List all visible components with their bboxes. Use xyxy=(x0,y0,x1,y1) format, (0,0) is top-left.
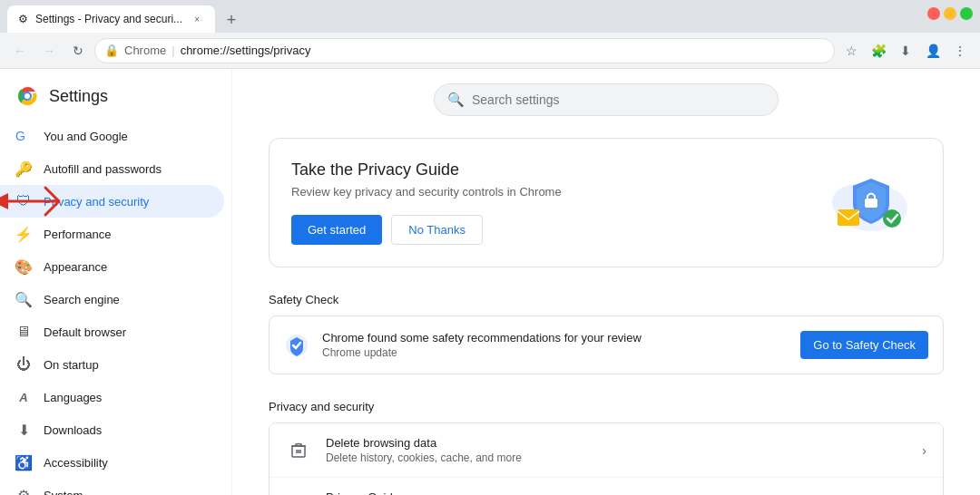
lock-icon: 🔒 xyxy=(104,44,119,57)
settings-item-content: Delete browsing data Delete history, coo… xyxy=(326,436,907,464)
safety-check-card: Chrome found some safety recommendations… xyxy=(269,315,944,374)
chevron-right-icon: › xyxy=(922,443,926,458)
settings-item-content: Privacy Guide Review key privacy and sec… xyxy=(326,490,907,495)
window-maximize-button[interactable] xyxy=(960,7,973,20)
reload-button[interactable]: ↻ xyxy=(65,38,91,63)
search-bar-container: 🔍 xyxy=(269,83,944,116)
get-started-button[interactable]: Get started xyxy=(291,215,382,245)
performance-icon: ⚡ xyxy=(15,225,33,243)
guide-card-content: Take the Privacy Guide Review key privac… xyxy=(291,160,803,245)
settings-item-title: Privacy Guide xyxy=(326,490,907,495)
safety-check-content: Chrome found some safety recommendations… xyxy=(322,331,788,359)
content-area: Settings G You and Google 🔑 Autofill and… xyxy=(0,69,980,495)
sidebar-item-label: Autofill and passwords xyxy=(44,162,162,176)
sidebar-item-downloads[interactable]: ⬇ Downloads xyxy=(0,413,224,446)
toolbar-icons: ☆ 🧩 ⬇ 👤 ⋮ xyxy=(838,38,973,63)
sidebar: Settings G You and Google 🔑 Autofill and… xyxy=(0,69,232,495)
sidebar-item-label: Downloads xyxy=(44,423,102,437)
languages-icon: A xyxy=(15,388,33,406)
sidebar-item-label: Accessibility xyxy=(44,456,108,470)
settings-item-desc: Delete history, cookies, cache, and more xyxy=(326,451,907,464)
back-button[interactable]: ← xyxy=(7,38,33,63)
tab-title: Settings - Privacy and securi... xyxy=(35,13,182,25)
sidebar-item-label: Default browser xyxy=(44,325,126,339)
navigation-bar: ← → ↻ 🔒 Chrome | chrome://settings/priva… xyxy=(0,33,980,69)
extension-button[interactable]: 🧩 xyxy=(866,38,891,63)
settings-item-delete-browsing[interactable]: Delete browsing data Delete history, coo… xyxy=(270,423,943,478)
delete-browsing-icon xyxy=(286,438,311,463)
settings-list: Delete browsing data Delete history, coo… xyxy=(269,422,944,495)
tab-close-button[interactable]: × xyxy=(190,12,204,26)
tab-favicon: ⚙ xyxy=(18,13,28,25)
sidebar-title: Settings xyxy=(49,87,108,106)
address-url: chrome://settings/privacy xyxy=(181,44,311,57)
address-bar[interactable]: 🔒 Chrome | chrome://settings/privacy xyxy=(94,38,835,63)
sidebar-item-label: Appearance xyxy=(44,260,107,274)
window-close-button[interactable] xyxy=(927,7,940,20)
sidebar-item-performance[interactable]: ⚡ Performance xyxy=(0,218,224,250)
sidebar-item-system[interactable]: ⚙ System xyxy=(0,479,224,495)
search-icon: 🔍 xyxy=(447,92,465,108)
svg-rect-8 xyxy=(838,209,859,226)
forward-button[interactable]: → xyxy=(36,38,62,63)
sidebar-item-you-and-google[interactable]: G You and Google xyxy=(0,120,224,152)
go-to-safety-check-button[interactable]: Go to Safety Check xyxy=(800,331,928,359)
sidebar-item-on-startup[interactable]: ⏻ On startup xyxy=(0,348,224,381)
sidebar-item-search-engine[interactable]: 🔍 Search engine xyxy=(0,283,224,315)
svg-point-2 xyxy=(24,93,30,99)
no-thanks-button[interactable]: No Thanks xyxy=(391,215,483,245)
sidebar-item-accessibility[interactable]: ♿ Accessibility xyxy=(0,446,224,479)
sidebar-item-label: Performance xyxy=(44,228,111,241)
window-controls xyxy=(920,0,980,27)
search-bar[interactable]: 🔍 xyxy=(434,83,779,116)
shield-icon: 🛡 xyxy=(15,192,33,210)
address-origin: Chrome xyxy=(124,44,166,57)
safety-check-subtitle: Chrome update xyxy=(322,346,788,359)
sidebar-item-languages[interactable]: A Languages xyxy=(0,381,224,413)
sidebar-item-default-browser[interactable]: 🖥 Default browser xyxy=(0,315,224,348)
sidebar-logo: Settings xyxy=(0,76,231,120)
bookmark-button[interactable]: ☆ xyxy=(838,38,864,63)
safety-check-section-title: Safety Check xyxy=(269,293,944,306)
privacy-guide-illustration xyxy=(803,162,921,244)
key-icon: 🔑 xyxy=(15,160,33,178)
browser-icon: 🖥 xyxy=(15,323,33,341)
sidebar-item-privacy[interactable]: 🛡 Privacy and security xyxy=(0,185,224,218)
google-icon: G xyxy=(15,127,33,145)
settings-item-title: Delete browsing data xyxy=(326,436,907,450)
sidebar-item-appearance[interactable]: 🎨 Appearance xyxy=(0,250,224,283)
sidebar-item-label: You and Google xyxy=(44,130,128,143)
address-separator: | xyxy=(172,44,174,57)
guide-card-buttons: Get started No Thanks xyxy=(291,215,803,245)
browser-tab[interactable]: ⚙ Settings - Privacy and securi... × xyxy=(7,5,215,33)
guide-card-title: Take the Privacy Guide xyxy=(291,160,803,180)
sidebar-item-label: On startup xyxy=(44,358,99,372)
sidebar-item-label: Privacy and security xyxy=(44,195,149,209)
safety-check-title: Chrome found some safety recommendations… xyxy=(322,331,788,345)
accessibility-icon: ♿ xyxy=(15,453,33,471)
menu-button[interactable]: ⋮ xyxy=(947,38,973,63)
safety-check-icon xyxy=(284,333,309,358)
privacy-guide-card: Take the Privacy Guide Review key privac… xyxy=(269,138,944,267)
privacy-guide-icon xyxy=(286,492,311,496)
search-input[interactable] xyxy=(472,92,765,107)
sidebar-item-autofill[interactable]: 🔑 Autofill and passwords xyxy=(0,152,224,185)
guide-card-description: Review key privacy and security controls… xyxy=(291,185,803,199)
svg-text:G: G xyxy=(15,129,25,143)
chrome-logo-icon xyxy=(15,83,40,109)
sidebar-item-label: System xyxy=(44,489,83,496)
downloads-icon: ⬇ xyxy=(15,421,33,439)
download-button[interactable]: ⬇ xyxy=(893,38,918,63)
settings-item-privacy-guide[interactable]: Privacy Guide Review key privacy and sec… xyxy=(270,478,943,495)
main-panel: 🔍 Take the Privacy Guide Review key priv… xyxy=(232,69,980,495)
startup-icon: ⏻ xyxy=(15,355,33,374)
window-minimize-button[interactable] xyxy=(944,7,956,20)
profile-button[interactable]: 👤 xyxy=(920,38,946,63)
svg-rect-7 xyxy=(865,199,877,208)
appearance-icon: 🎨 xyxy=(15,257,33,276)
system-icon: ⚙ xyxy=(15,486,33,495)
svg-point-9 xyxy=(883,209,901,228)
sidebar-item-label: Languages xyxy=(44,391,102,404)
privacy-section-title: Privacy and security xyxy=(269,400,944,413)
new-tab-button[interactable]: + xyxy=(219,7,244,33)
